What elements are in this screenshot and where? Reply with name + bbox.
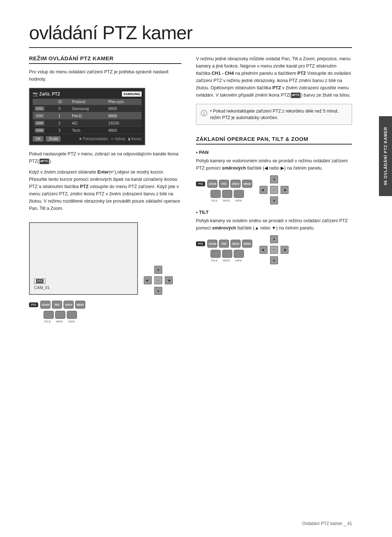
left-section-heading: REŽIM OVLÁDÁNÍ PTZ KAMER bbox=[29, 55, 181, 64]
remote-search-btn[interactable]: SRCH bbox=[64, 301, 74, 309]
tilt-dpad-up[interactable]: ▲ bbox=[270, 235, 278, 243]
remote-view-btn[interactable] bbox=[67, 311, 77, 319]
page-footer: Ovládání PTZ kamer _ 41 bbox=[302, 521, 352, 526]
left-column: REŽIM OVLÁDÁNÍ PTZ KAMER Pro vstup do me… bbox=[29, 55, 181, 325]
remote-menu-btn[interactable]: MENU bbox=[75, 301, 85, 309]
center-icon: ↵ bbox=[155, 277, 162, 284]
dpad-right-of-cam: ▲ ▼ ◀ ▶ ↵ bbox=[144, 266, 173, 295]
left-intro: Pro vstup do menu ovládání zařízení PTZ … bbox=[29, 68, 181, 83]
tilt-wide-label: WIDE bbox=[220, 259, 232, 262]
tilt-zoom-btn[interactable]: ZOOM bbox=[207, 240, 217, 248]
tilt-dpad-right[interactable]: ▶ bbox=[281, 246, 289, 254]
pan-search-btn[interactable]: SRCH bbox=[230, 180, 241, 188]
pan-heading: PAN bbox=[196, 150, 352, 155]
footer-text: Ovládání PTZ kamer _ 41 bbox=[302, 521, 352, 526]
tilt-view-label: VIEW bbox=[232, 259, 244, 262]
wide-label: WIDE bbox=[53, 320, 65, 323]
left-arrow-icon: ◀ bbox=[146, 278, 148, 282]
tilt-remote-bottom bbox=[196, 250, 244, 258]
up-arrow-icon: ▲ bbox=[157, 268, 160, 271]
dpad-up[interactable]: ▲ bbox=[154, 266, 162, 274]
pan-remote-area: PTZ ZOOM FRZ SRCH MENU bbox=[196, 175, 352, 204]
tilt-ptz-btn[interactable]: PTZ bbox=[196, 241, 205, 246]
pan-center-icon: ↵ bbox=[270, 186, 278, 194]
tilt-sub-labels: TELE WIDE VIEW bbox=[196, 259, 244, 262]
cam-ptz-label: PTZ bbox=[34, 278, 45, 284]
pan-dpad-up[interactable]: ▲ bbox=[270, 175, 278, 183]
tilt-freeze-btn[interactable]: FRZ bbox=[219, 240, 229, 248]
pan-freeze-btn[interactable]: FRZ bbox=[219, 180, 229, 188]
left-para1: Pokud nastavujete PTZ v menu, zobrazí se… bbox=[29, 150, 181, 165]
samsung-logo: SAMSUNG bbox=[122, 91, 142, 97]
ptz-footer: OK Zrušit ❖ Pohyb/ovládání ↵ Vybrat ▮ Ko… bbox=[33, 136, 142, 142]
tilt-dpad-down[interactable]: ▼ bbox=[270, 256, 278, 264]
cancel-button[interactable]: Zrušit bbox=[46, 136, 61, 142]
note-text: • Pokud nekontaktujete zařízení PTZ z re… bbox=[210, 108, 347, 121]
tilt-tele-label: TELE bbox=[208, 259, 220, 262]
remote-buttons-group: PTZ ZOOM FRZ SRCH MENU bbox=[29, 301, 181, 323]
tilt-menu-btn[interactable]: MENU bbox=[242, 240, 252, 248]
right-arrow-icon: ▶ bbox=[168, 278, 171, 282]
tilt-dpad: ▲ ▼ ◀ ▶ bbox=[260, 235, 289, 264]
remote-wide-btn[interactable] bbox=[55, 311, 65, 319]
tilt-main-btns: ZOOM FRZ SRCH MENU bbox=[207, 240, 252, 248]
ptz-device-title: 📷 Zaříz. PTZ bbox=[33, 91, 60, 97]
remote-tele-btn[interactable] bbox=[44, 311, 54, 319]
down-arrow-icon: ▼ bbox=[157, 289, 160, 293]
side-tab: 06 OVLÁDÁNÍ PTZ KAMER bbox=[379, 116, 392, 196]
dpad-controller: ▲ ▼ ◀ ▶ ↵ bbox=[144, 266, 173, 295]
dpad-left[interactable]: ◀ bbox=[144, 276, 152, 284]
ch-btn: CH3 bbox=[35, 121, 44, 125]
pan-left-arrow-icon: ◀ bbox=[261, 188, 264, 192]
pan-dpad-center[interactable]: ↵ bbox=[270, 186, 278, 194]
pan-ptz-btn[interactable]: PTZ bbox=[196, 182, 205, 186]
note-icon: ⓘ bbox=[201, 109, 207, 121]
tilt-dpad-left[interactable]: ◀ bbox=[260, 246, 268, 254]
pan-tele-btn[interactable] bbox=[211, 190, 221, 198]
pan-tele-label: TELE bbox=[208, 199, 220, 202]
tele-label: TELE bbox=[41, 320, 53, 323]
pan-up-arrow-icon: ▲ bbox=[273, 177, 276, 181]
tilt-bottom-btns bbox=[211, 250, 244, 258]
pan-wide-btn[interactable] bbox=[222, 190, 232, 198]
pan-remote-buttons: PTZ ZOOM FRZ SRCH MENU bbox=[196, 180, 252, 202]
pan-dpad-down[interactable]: ▼ bbox=[270, 196, 278, 204]
tilt-center-icon: ↵ bbox=[270, 246, 278, 253]
pan-dpad-right[interactable]: ▶ bbox=[281, 186, 289, 194]
ptz-icon-inline-right: ■PTZ bbox=[291, 93, 301, 98]
dpad-down[interactable]: ▼ bbox=[154, 287, 162, 295]
remote-zoom-btn[interactable]: ZOOM bbox=[40, 301, 50, 309]
tilt-search-btn[interactable]: SRCH bbox=[230, 240, 241, 248]
pan-view-btn[interactable] bbox=[234, 190, 244, 198]
col-header-speed: Přen.rych. bbox=[106, 99, 142, 105]
dpad-center[interactable]: ↵ bbox=[154, 276, 162, 284]
pan-remote-group: PTZ ZOOM FRZ SRCH MENU bbox=[196, 175, 289, 204]
tilt-view-btn[interactable] bbox=[234, 250, 244, 258]
tilt-heading: TILT bbox=[196, 209, 352, 215]
tilt-wide-btn[interactable] bbox=[222, 250, 232, 258]
remote-freeze-btn[interactable]: FRZ bbox=[52, 301, 62, 309]
pan-right-arrow-icon: ▶ bbox=[284, 188, 287, 192]
table-row-selected: CH2 1 Pel-D 9600 bbox=[33, 112, 142, 119]
right-main-para: V režimu jedné obrazovky můžete ovládat … bbox=[196, 55, 352, 99]
cam-name-label: CAM_01 bbox=[34, 285, 50, 290]
remote-ptz-btn[interactable]: PTZ bbox=[29, 302, 38, 307]
tilt-remote-buttons: PTZ ZOOM FRZ SRCH MENU bbox=[196, 240, 252, 262]
tilt-tele-btn[interactable] bbox=[211, 250, 221, 258]
ch-btn: CH2 bbox=[35, 114, 44, 118]
pan-text: Pohyb kamery ve vodorovném směru se prov… bbox=[196, 157, 352, 172]
dpad-right[interactable]: ▶ bbox=[165, 276, 173, 284]
pan-menu-btn[interactable]: MENU bbox=[242, 180, 252, 188]
remote-bottom-row bbox=[29, 311, 77, 319]
pan-remote-bottom bbox=[196, 190, 244, 198]
pan-zoom-btn[interactable]: ZOOM bbox=[207, 180, 217, 188]
pan-dpad-left[interactable]: ◀ bbox=[260, 186, 268, 194]
ch-btn: CH4 bbox=[35, 128, 44, 133]
tilt-remote-group: PTZ ZOOM FRZ SRCH MENU bbox=[196, 235, 289, 264]
table-row: CH3 2 AD 19200 bbox=[33, 119, 142, 127]
tilt-dpad-center[interactable]: ↵ bbox=[270, 246, 278, 254]
page-title: ovládání PTZ kamer bbox=[29, 22, 352, 48]
col-header-ch bbox=[33, 99, 56, 105]
camera-preview-box: PTZ CAM_01 bbox=[29, 222, 138, 295]
ok-button[interactable]: OK bbox=[33, 136, 44, 142]
